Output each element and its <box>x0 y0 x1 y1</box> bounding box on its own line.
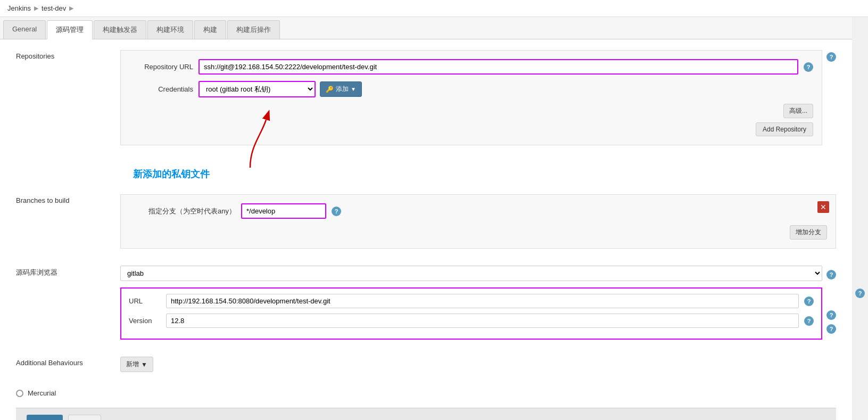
mercurial-row: Mercurial <box>16 389 836 397</box>
branches-outer-row: Branches to build ✕ 指定分支（为空时代表any） ? 增加分… <box>16 194 836 257</box>
branches-box: ✕ 指定分支（为空时代表any） ? 增加分支 <box>120 194 836 249</box>
credentials-label: Credentials <box>129 85 193 93</box>
repositories-help-icon[interactable]: ? <box>826 52 836 62</box>
repositories-label: Repositories <box>16 50 112 145</box>
breadcrumb-testdev[interactable]: test-dev <box>42 4 66 12</box>
branches-label: Branches to build <box>16 194 112 249</box>
source-browser-select[interactable]: gitlab <box>120 266 822 281</box>
mercurial-radio[interactable] <box>16 390 23 397</box>
additional-behaviours-label: Additional Behaviours <box>16 357 112 372</box>
breadcrumb: Jenkins ▶ test-dev ▶ <box>0 0 868 17</box>
add-new-dropdown-icon: ▼ <box>141 361 147 368</box>
source-browser-select-row: gitlab <box>120 266 822 281</box>
additional-behaviours-outer-row: Additional Behaviours 新增 ▼ <box>16 357 836 381</box>
additional-behaviours-section: Additional Behaviours 新增 ▼ <box>16 357 836 372</box>
save-button[interactable]: 保存 <box>27 415 63 420</box>
url-help-icon[interactable]: ? <box>804 297 814 306</box>
url-version-box: URL ? Version ? <box>120 287 822 340</box>
source-browser-version-help-icon-right[interactable]: ? <box>826 324 836 334</box>
add-branch-button[interactable]: 增加分支 <box>790 225 827 240</box>
version-label: Version <box>129 317 161 325</box>
tab-triggers[interactable]: 构建触发器 <box>94 20 146 39</box>
branch-help-icon[interactable]: ? <box>332 207 341 216</box>
source-browser-outer-help: ? ? ? <box>826 268 836 334</box>
repositories-section: Repositories Repository URL ? Crede <box>16 50 822 145</box>
version-help-icon[interactable]: ? <box>804 316 814 326</box>
key-icon: 🔑 <box>326 86 334 93</box>
source-browser-content: gitlab URL ? Version <box>120 266 822 340</box>
form-content: Repositories Repository URL ? Crede <box>0 39 852 420</box>
source-browser-help-icon[interactable]: ? <box>826 270 836 279</box>
url-label: URL <box>129 297 161 305</box>
tab-general[interactable]: General <box>3 20 46 39</box>
delete-branch-button[interactable]: ✕ <box>817 201 829 213</box>
repositories-outer-row: Repositories Repository URL ? Crede <box>16 50 836 154</box>
repo-url-label: Repository URL <box>129 63 193 71</box>
advanced-button[interactable]: 高级... <box>783 104 813 118</box>
url-row: URL ? <box>129 294 814 308</box>
source-browser-section-label: 源码库浏览器 <box>16 266 112 340</box>
credentials-row: Credentials root (gitlab root 私钥) 🔑 添加 ▼ <box>129 81 813 97</box>
mercurial-label: Mercurial <box>28 389 56 397</box>
footer-area: 保存 应用 <box>16 408 836 420</box>
tab-post-build[interactable]: 构建后操作 <box>227 20 280 39</box>
tab-bar: General 源码管理 构建触发器 构建环境 构建 构建后操作 <box>0 17 852 39</box>
add-branch-row: 增加分支 <box>129 225 827 240</box>
add-credential-button[interactable]: 🔑 添加 ▼ <box>320 81 362 97</box>
version-row: Version ? <box>129 314 814 328</box>
url-input[interactable] <box>166 294 799 308</box>
content-area: General 源码管理 构建触发器 构建环境 构建 构建后操作 Reposit… <box>0 17 852 420</box>
source-browser-url-help-icon-right[interactable]: ? <box>826 310 836 320</box>
annotation-arrow-svg <box>218 104 271 173</box>
repo-url-input[interactable] <box>199 59 798 75</box>
additional-behaviours-content: 新增 ▼ <box>120 357 836 372</box>
breadcrumb-sep-1: ▶ <box>34 5 38 12</box>
far-right-help: ? <box>852 17 868 420</box>
breadcrumb-jenkins[interactable]: Jenkins <box>7 4 31 12</box>
far-right-help-icon[interactable]: ? <box>855 289 865 298</box>
annotation-text: 新添加的私钥文件 <box>133 168 210 180</box>
add-new-button[interactable]: 新增 ▼ <box>120 357 153 372</box>
branch-input[interactable] <box>241 203 326 219</box>
repositories-outer-help: ? <box>826 52 836 62</box>
add-repository-button[interactable]: Add Repository <box>756 122 813 136</box>
add-dropdown-arrow-icon: ▼ <box>351 86 356 92</box>
repo-url-row: Repository URL ? <box>129 59 813 75</box>
tab-source[interactable]: 源码管理 <box>47 20 93 39</box>
branch-field-label: 指定分支（为空时代表any） <box>129 207 236 216</box>
tab-build[interactable]: 构建 <box>194 20 226 39</box>
credentials-select[interactable]: root (gitlab root 私钥) <box>199 81 316 97</box>
apply-button[interactable]: 应用 <box>68 415 101 420</box>
branches-content: ✕ 指定分支（为空时代表any） ? 增加分支 <box>120 194 836 249</box>
main-wrapper: General 源码管理 构建触发器 构建环境 构建 构建后操作 Reposit… <box>0 17 868 420</box>
add-new-label: 新增 <box>126 360 139 369</box>
repo-url-help-icon[interactable]: ? <box>804 62 813 72</box>
source-browser-section: 源码库浏览器 gitlab URL ? <box>16 266 822 340</box>
annotation-section: 新添加的私钥文件 <box>16 162 836 192</box>
breadcrumb-sep-2: ▶ <box>69 5 73 12</box>
tab-env[interactable]: 构建环境 <box>147 20 193 39</box>
branch-field-row: 指定分支（为空时代表any） ? <box>129 203 827 219</box>
version-input[interactable] <box>166 314 799 328</box>
branches-section: Branches to build ✕ 指定分支（为空时代表any） ? 增加分… <box>16 194 836 249</box>
source-browser-outer-row: 源码库浏览器 gitlab URL ? <box>16 266 836 348</box>
